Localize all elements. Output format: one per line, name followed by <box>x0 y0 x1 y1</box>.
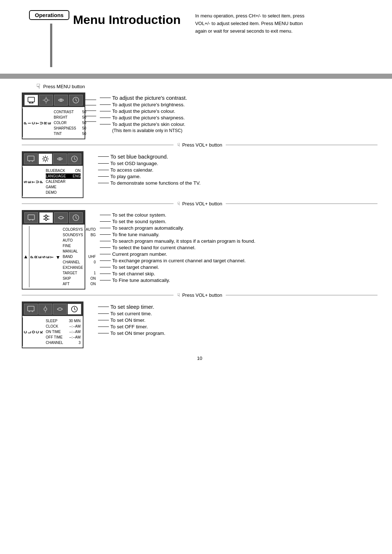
preset-icon-bar <box>23 211 85 225</box>
ann-blueback-text: To set blue background. <box>110 153 168 160</box>
preset-menu-body: ▲ PRESET ▼ COLORSYS AUTO SOUNDSYS BG <box>23 225 85 289</box>
ann-prog-num-text: Current program number. <box>112 251 167 257</box>
ann-soundsys-text: To set the sound system. <box>112 219 166 224</box>
ann-on-timer-text: To set ON timer. <box>110 317 146 323</box>
vol-sep-3: ☟ Press VOL+ button <box>22 292 377 298</box>
setup-icon-bar <box>23 152 83 166</box>
ann-game: To play game. <box>98 174 377 179</box>
icon-clock-3 <box>69 212 83 223</box>
row-target: TARGET 1 <box>63 270 96 276</box>
svg-line-47 <box>76 218 77 219</box>
press-vol-text-1: Press VOL+ button <box>182 142 222 148</box>
setup-menu-body: SETUP BLUEBACK ON LANGUAGE ENG CALENDAR <box>23 166 83 197</box>
left-bar <box>50 24 52 67</box>
ann-contrast-text: To adjust the picture's contrast. <box>112 95 187 101</box>
row-clock: CLOCK --:--AM <box>46 324 81 329</box>
svg-rect-0 <box>28 97 34 102</box>
ann-skin: To adjust the picture's skin colour. <box>100 122 377 127</box>
ann-manual-search-text: To search program manually, it stops if … <box>112 238 255 244</box>
ann-fine-tune-text: To fine tune manually. <box>112 232 159 237</box>
preset-side-label: PRESET <box>29 226 55 287</box>
row-demo: DEMO <box>46 190 81 195</box>
setup-side-label: SETUP <box>23 167 44 196</box>
row-contrast: CONTRAST 50 <box>54 109 86 115</box>
svg-point-51 <box>44 308 47 311</box>
ann-ntsc-note: (This item is available only in NTSC) <box>112 128 377 133</box>
icon-setup-4 <box>38 304 52 315</box>
clock-menu-rows: SLEEP 30 MIN CLOCK --:--AM ON TIME --:--… <box>44 317 82 346</box>
row-aft: AFT ON <box>63 281 96 287</box>
desc-line3: again or wait for several seconds to exi… <box>195 28 293 34</box>
row-colorsys: COLORSYS AUTO <box>63 227 96 232</box>
ann-auto-search-text: To search program automatically. <box>112 225 184 231</box>
ann-on-timer-prog-text: To set ON timer program. <box>110 331 166 336</box>
svg-point-4 <box>45 99 48 102</box>
row-soundsys: SOUNDSYS BG <box>63 232 96 238</box>
section-picture: ☟ Press MENU button <box>22 82 377 148</box>
ann-band: To select the band for current channel. <box>100 245 377 250</box>
icon-preset-3 <box>39 212 53 223</box>
vol-label-3: ☟ Press VOL+ button <box>173 292 226 298</box>
ann-clock-text: To set current time. <box>110 311 152 316</box>
ann-language-text: To set OSD language. <box>110 161 158 166</box>
page-title: Menu Introduction <box>73 13 181 26</box>
clock-menu-area: CLOCK SLEEP 30 MIN CLOCK --:--AM ON TIME <box>22 301 377 348</box>
header-left: Operations Menu Introduction <box>29 10 181 67</box>
icon-setup <box>39 95 53 106</box>
row-channel-clock: CHANNEL 3 <box>46 340 81 345</box>
setup-annotations: To set blue background. To set OSD langu… <box>83 151 377 187</box>
page-header: Operations Menu Introduction In menu ope… <box>0 0 392 67</box>
main-content: ☟ Press MENU button <box>0 82 392 368</box>
clock-menu-box: CLOCK SLEEP 30 MIN CLOCK --:--AM ON TIME <box>22 301 83 348</box>
row-band: BAND UHF <box>63 254 96 259</box>
ann-colorsys: To set the colour system. <box>100 212 377 218</box>
ann-colour-text: To adjust the picture's colour. <box>112 108 175 114</box>
clock-menu-body: CLOCK SLEEP 30 MIN CLOCK --:--AM ON TIME <box>23 316 83 348</box>
row-sleep: SLEEP 30 MIN <box>46 318 81 324</box>
ann-on-timer: To set ON timer. <box>98 317 377 323</box>
ann-sleep: To set sleep timer. <box>98 304 377 310</box>
hand-icon-2: ☟ <box>177 142 180 148</box>
picture-menu-area: PICTURE CONTRAST 50 BRIGHT 50 COLOR 50 <box>22 93 377 139</box>
ann-demo-text: To demonstrate some functions of the TV. <box>110 180 200 186</box>
picture-annotations: To adjust the picture's contrast. To adj… <box>85 93 377 133</box>
preset-ann-list: To set the colour system. To set the sou… <box>100 212 377 283</box>
row-color: COLOR 50 <box>54 120 86 126</box>
desc-line2: VOL+/- to adjust selected item. Press ME… <box>195 21 303 26</box>
ann-skin-text: To adjust the picture's skin colour. <box>112 122 185 127</box>
arrow-down: ▼ <box>56 254 61 260</box>
picture-conn-lines <box>85 93 100 140</box>
section-setup: SETUP BLUEBACK ON LANGUAGE ENG CALENDAR <box>22 151 377 206</box>
svg-line-12 <box>76 100 77 101</box>
menu-icon-bar <box>23 93 85 107</box>
ann-skip-text: To set channel skip. <box>112 271 155 276</box>
row-bright: BRIGHT 50 <box>54 115 86 120</box>
press-vol-text-3: Press VOL+ button <box>182 292 222 298</box>
preset-annotations: To set the colour system. To set the sou… <box>85 210 377 284</box>
row-on-time: ON TIME --:--AM <box>46 329 81 335</box>
arrow-up: ▲ <box>23 254 28 259</box>
vol-label-1: ☟ Press VOL+ button <box>173 142 226 148</box>
header-description: In menu operation, press CH+/- to select… <box>195 10 305 35</box>
svg-line-28 <box>47 157 48 158</box>
svg-rect-34 <box>28 215 34 219</box>
ann-target-text: To set target channel. <box>112 264 159 270</box>
svg-line-56 <box>74 309 75 310</box>
setup-menu-area: SETUP BLUEBACK ON LANGUAGE ENG CALENDAR <box>22 151 377 198</box>
svg-rect-48 <box>28 306 34 311</box>
icon-preset-4 <box>53 304 67 315</box>
vol-label-2: ☟ Press VOL+ button <box>173 201 226 206</box>
hand-icon: ☟ <box>36 82 40 90</box>
row-manual: MANUAL <box>63 249 96 254</box>
icon-preset <box>54 95 68 106</box>
row-channel: CHANNEL 0 <box>63 259 96 265</box>
svg-point-37 <box>45 215 47 217</box>
ann-demo: To demonstrate some functions of the TV. <box>98 180 377 186</box>
ann-exchange: To exchange programs in current channel … <box>100 258 377 263</box>
ann-sharpness: To adjust the picture's sharpness. <box>100 115 377 120</box>
picture-ann-list: To adjust the picture's contrast. To adj… <box>100 95 377 133</box>
row-language: LANGUAGE ENG <box>46 173 81 179</box>
clock-icon-bar <box>23 302 83 316</box>
ann-fine-tune: To fine tune manually. <box>100 232 377 237</box>
ann-colorsys-text: To set the colour system. <box>112 212 166 218</box>
